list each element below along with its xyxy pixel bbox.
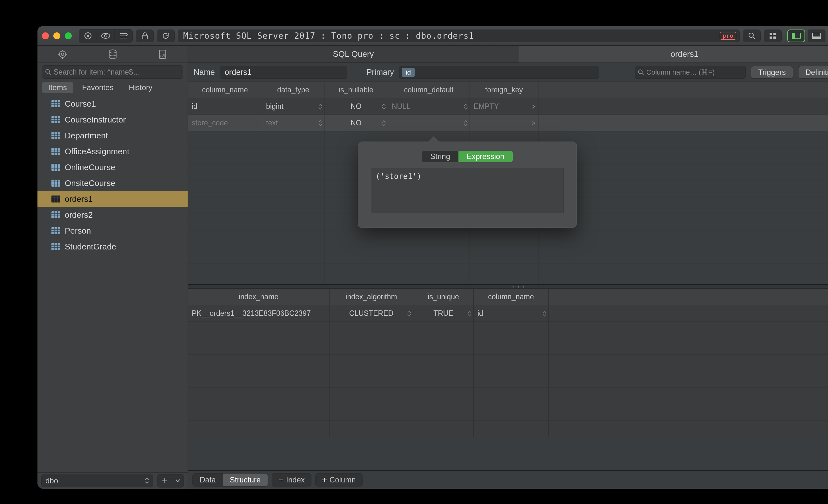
add-column-label: Column <box>330 475 356 484</box>
history-nav-group <box>79 29 133 43</box>
stepper-icon[interactable] <box>319 104 322 110</box>
svg-point-16 <box>61 53 64 55</box>
table-row <box>188 338 828 355</box>
column-row[interactable]: store_codetextNO <box>188 115 828 131</box>
app-window: Microsoft SQL Server 2017 : Tono pro : s… <box>37 26 828 489</box>
sidebar-item-orders2[interactable]: orders2 <box>37 207 188 223</box>
tab-history[interactable]: History <box>122 82 159 93</box>
plus-icon[interactable] <box>158 474 172 487</box>
breadcrumb[interactable]: Microsoft SQL Server 2017 : Tono pro : s… <box>178 30 740 42</box>
sidebar-item-course1[interactable]: Course1 <box>37 96 188 112</box>
connection-icon[interactable] <box>37 46 88 62</box>
table-row <box>188 388 828 404</box>
svg-rect-26 <box>51 180 60 186</box>
sidebar-mode-tabs: SQL <box>37 46 188 63</box>
svg-rect-25 <box>51 164 60 171</box>
svg-point-4 <box>749 33 753 37</box>
stepper-icon[interactable] <box>382 120 386 126</box>
column-search[interactable] <box>635 66 746 79</box>
sidebar-filter-tabs: Items Favorites History <box>37 80 188 95</box>
stepper-icon[interactable] <box>407 311 411 317</box>
svg-point-1 <box>101 33 110 38</box>
stepper-icon[interactable] <box>468 311 471 317</box>
search-icon[interactable] <box>743 30 761 42</box>
view-icon[interactable] <box>97 30 115 42</box>
stepper-icon[interactable] <box>382 104 386 110</box>
add-index-button[interactable]: Index <box>272 473 312 487</box>
sidebar-item-studentgrade[interactable]: StudentGrade <box>37 239 188 255</box>
stepper-icon[interactable] <box>464 104 468 110</box>
table-name-input[interactable] <box>220 66 347 79</box>
header-foreign-key[interactable]: foreign_key <box>470 82 538 98</box>
stepper-icon[interactable] <box>464 120 468 126</box>
svg-rect-5 <box>770 33 772 35</box>
header-column-default[interactable]: column_default <box>388 82 470 98</box>
tab-items[interactable]: Items <box>42 82 73 93</box>
popover-tab-string[interactable]: String <box>422 151 458 162</box>
schema-select[interactable]: dbo <box>41 474 153 487</box>
database-icon[interactable] <box>88 46 138 62</box>
zoom-window-icon[interactable] <box>65 32 72 39</box>
chevron-down-icon[interactable] <box>172 474 183 487</box>
data-mode-button[interactable]: Data <box>193 473 223 486</box>
header-data-type[interactable]: data_type <box>262 82 325 98</box>
header-column-name[interactable]: column_name <box>188 82 262 98</box>
index-row[interactable]: PK__orders1__3213E83F06BC2397CLUSTEREDTR… <box>188 305 828 322</box>
columns-header: column_name data_type is_nullable column… <box>188 82 828 98</box>
column-row[interactable]: idbigintNONULLEMPTY <box>188 98 828 115</box>
arrow-right-icon[interactable] <box>532 121 536 125</box>
sidebar-item-onlinecourse[interactable]: OnlineCourse <box>37 159 188 175</box>
svg-rect-3 <box>142 35 147 39</box>
minimize-window-icon[interactable] <box>53 32 60 39</box>
primary-key-field[interactable]: id <box>399 66 599 79</box>
sidebar-item-department[interactable]: Department <box>37 128 188 143</box>
close-window-icon[interactable] <box>42 32 49 39</box>
tab-sql-query[interactable]: SQL Query <box>188 46 519 62</box>
horizontal-splitter[interactable]: • • • <box>188 285 828 289</box>
popover-tab-expression[interactable]: Expression <box>458 151 513 162</box>
grid-view-icon[interactable] <box>764 30 782 42</box>
sidebar-item-courseinstructor[interactable]: CourseInstructor <box>37 112 188 128</box>
stepper-icon[interactable] <box>319 120 322 126</box>
svg-point-2 <box>105 35 107 37</box>
layout-bottom-icon[interactable] <box>808 30 825 42</box>
svg-point-20 <box>46 70 49 73</box>
popover-expression-input[interactable] <box>371 169 564 213</box>
chevron-updown-icon <box>145 478 149 484</box>
tab-table[interactable]: orders1 <box>519 46 828 62</box>
triggers-button[interactable]: Triggers <box>751 66 793 79</box>
sidebar-search[interactable] <box>42 66 183 79</box>
cancel-close-icon[interactable] <box>79 30 97 42</box>
sidebar-footer: dbo <box>37 472 188 489</box>
header-index-column-name[interactable]: column_name <box>474 289 549 305</box>
arrow-right-icon[interactable] <box>532 104 536 109</box>
svg-text:SQL: SQL <box>159 54 166 57</box>
sidebar-item-onsitecourse[interactable]: OnsiteCourse <box>37 175 188 191</box>
main-footer: Data Structure Index Column <box>188 470 828 489</box>
primary-key-chip: id <box>402 68 415 77</box>
sidebar-item-orders1[interactable]: orders1 <box>37 191 188 207</box>
lock-icon[interactable] <box>136 30 154 42</box>
tab-favorites[interactable]: Favorites <box>76 82 120 93</box>
sidebar-item-officeassignment[interactable]: OfficeAssignment <box>37 143 188 159</box>
structure-mode-button[interactable]: Structure <box>223 473 267 486</box>
definition-button[interactable]: Definition <box>798 66 828 79</box>
svg-point-31 <box>638 70 642 74</box>
stepper-icon[interactable] <box>543 311 546 317</box>
header-is-nullable[interactable]: is_nullable <box>325 82 388 98</box>
collapse-lines-icon[interactable] <box>115 30 132 42</box>
header-index-name[interactable]: index_name <box>188 289 330 305</box>
svg-rect-7 <box>770 37 772 39</box>
header-index-algorithm[interactable]: index_algorithm <box>330 289 413 305</box>
svg-rect-27 <box>51 196 60 203</box>
svg-rect-24 <box>51 148 60 155</box>
column-search-input[interactable] <box>647 68 742 77</box>
add-column-button[interactable]: Column <box>315 473 363 487</box>
sidebar-search-input[interactable] <box>54 68 180 77</box>
sql-file-icon[interactable]: SQL <box>137 46 188 62</box>
header-is-unique[interactable]: is_unique <box>413 289 474 305</box>
layout-sidebar-icon[interactable] <box>787 30 805 42</box>
table-meta-row: Name Primary id Triggers Definition <box>188 63 828 82</box>
sidebar-item-person[interactable]: Person <box>37 223 188 239</box>
refresh-icon[interactable] <box>157 30 175 42</box>
